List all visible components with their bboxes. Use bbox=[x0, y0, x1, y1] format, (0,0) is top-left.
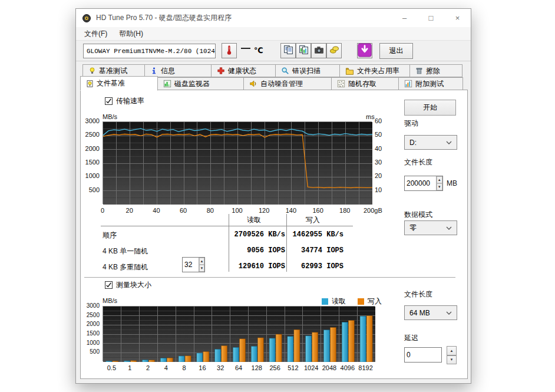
block-chart-y-tick: 2500 bbox=[82, 312, 100, 318]
block-chart-y-tick: 1000 bbox=[82, 340, 100, 346]
transfer-chart-x-tick: 100 bbox=[224, 207, 250, 214]
tab-label: 磁盘监视器 bbox=[174, 79, 210, 89]
spin-down-icon[interactable]: ▼ bbox=[437, 183, 442, 190]
table-row-label: 4 KB 单一随机 bbox=[103, 246, 148, 256]
drive-select[interactable]: GLOWAY Premium1TNVMe-M.2/80 (1024 bbox=[83, 44, 216, 58]
file-length-input[interactable]: ▲▼ bbox=[404, 176, 443, 191]
read-legend-swatch bbox=[322, 298, 328, 305]
tab-label: 擦除 bbox=[426, 66, 440, 76]
transfer-chart-y-tick: 1500 bbox=[82, 159, 100, 166]
queue-depth-value[interactable] bbox=[183, 258, 199, 272]
spin-up-icon[interactable]: ▲ bbox=[199, 258, 204, 265]
download-icon bbox=[358, 43, 372, 59]
drive-combobox[interactable]: D: bbox=[404, 135, 457, 150]
read-legend-label: 读取 bbox=[332, 297, 346, 307]
monitor-icon bbox=[163, 80, 171, 88]
download-button[interactable] bbox=[357, 43, 372, 58]
spin-up-icon[interactable]: ▲ bbox=[437, 176, 442, 183]
transfer-chart-x-tick: 0 bbox=[90, 207, 115, 214]
tab-label: 健康状态 bbox=[228, 66, 256, 76]
tab-info[interactable]: 信息 bbox=[144, 64, 212, 77]
transfer-chart-y2-unit: ms bbox=[366, 113, 375, 120]
transfer-chart-x-tick: 200gB bbox=[364, 207, 382, 214]
spin-up-icon[interactable]: ▲ bbox=[447, 346, 457, 355]
tab-erase[interactable]: 擦除 bbox=[409, 64, 462, 77]
spin-down-icon[interactable]: ▼ bbox=[447, 355, 457, 365]
file-length-spinner: ▲▼ bbox=[436, 176, 442, 190]
delay-value[interactable] bbox=[405, 348, 441, 362]
tab-label: 文件夹占用率 bbox=[357, 66, 399, 76]
tab-random-access[interactable]: 随机存取 bbox=[331, 77, 399, 90]
transfer-chart-x-tick: 40 bbox=[143, 207, 169, 214]
table-write-value: 1462955 KB/s bbox=[267, 230, 343, 239]
thermometer-icon bbox=[226, 45, 233, 57]
window-title: HD Tune Pro 5.70 - 硬盘/固态硬盘实用程序 bbox=[96, 13, 232, 23]
exit-button[interactable]: 退出 bbox=[379, 43, 413, 59]
tab-label: 文件基准 bbox=[97, 78, 125, 88]
queue-depth-spinner: ▲▼ bbox=[199, 258, 204, 272]
app-icon bbox=[82, 14, 91, 23]
transfer-rate-checkbox[interactable]: 传输速率 bbox=[105, 96, 144, 106]
tab-label: 错误扫描 bbox=[292, 66, 321, 76]
tab-health[interactable]: 健康状态 bbox=[211, 64, 276, 77]
start-button[interactable]: 开始 bbox=[404, 100, 456, 116]
tab-error-scan[interactable]: 错误扫描 bbox=[275, 64, 340, 77]
donate-button[interactable] bbox=[326, 43, 342, 58]
chevron-down-icon bbox=[446, 141, 452, 144]
transfer-chart-y-tick: 2500 bbox=[82, 131, 100, 138]
temperature-value bbox=[241, 48, 250, 49]
menu-item-help[interactable]: 帮助(H) bbox=[113, 27, 149, 41]
tab-disk-monitor[interactable]: 磁盘监视器 bbox=[157, 77, 244, 90]
copy-image-icon bbox=[299, 45, 309, 57]
health-icon bbox=[217, 67, 225, 75]
transfer-chart-y-unit: MB/s bbox=[103, 113, 117, 120]
file-length2-select[interactable]: 64 MB bbox=[404, 305, 457, 320]
transfer-rate-chart bbox=[103, 121, 372, 204]
copy-text-button[interactable] bbox=[280, 43, 296, 58]
temperature-button[interactable] bbox=[222, 43, 237, 58]
close-button[interactable]: × bbox=[444, 9, 471, 27]
camera-icon bbox=[314, 46, 324, 56]
screenshot-button[interactable] bbox=[311, 43, 326, 58]
block-size-checkbox[interactable]: 测量块大小 bbox=[105, 280, 151, 290]
transfer-chart-x-tick: 140 bbox=[278, 207, 304, 214]
block-chart-y-tick: 3000 bbox=[82, 302, 100, 309]
data-mode-select[interactable]: 零 bbox=[404, 220, 457, 235]
tab-extra-tests[interactable]: 附加测试 bbox=[398, 77, 463, 90]
window-controls: – □ × bbox=[391, 9, 471, 27]
transfer-chart-y-tick: 3000 bbox=[82, 117, 100, 124]
speaker-icon bbox=[249, 80, 257, 88]
spin-down-icon[interactable]: ▼ bbox=[199, 265, 204, 272]
chevron-down-icon bbox=[215, 50, 216, 53]
minimize-button[interactable]: – bbox=[391, 9, 418, 27]
tab-folder-usage[interactable]: 文件夹占用率 bbox=[339, 64, 410, 77]
tab-label: 信息 bbox=[161, 66, 175, 76]
checkbox-check-icon bbox=[105, 97, 113, 105]
data-mode-value: 零 bbox=[409, 223, 417, 233]
copy-image-button[interactable] bbox=[296, 43, 311, 58]
file-length-label: 文件长度 bbox=[404, 157, 432, 167]
transfer-chart-x-tick: 20 bbox=[117, 207, 143, 214]
tab-label: 附加测试 bbox=[415, 79, 444, 89]
tab-file-benchmark[interactable]: 文件基准 bbox=[80, 76, 158, 91]
tab-row-1: 基准测试信息健康状态错误扫描文件夹占用率擦除 bbox=[83, 64, 462, 77]
tab-label: 基准测试 bbox=[99, 66, 127, 76]
queue-depth-input[interactable]: ▲▼ bbox=[182, 257, 205, 272]
coins-icon bbox=[329, 45, 339, 56]
delay-input[interactable] bbox=[404, 347, 442, 363]
table-write-value: 34774 IOPS bbox=[267, 246, 343, 255]
file-length-value[interactable] bbox=[405, 176, 436, 190]
menu-item-file[interactable]: 文件(F) bbox=[78, 27, 113, 41]
file-length2-value: 64 MB bbox=[409, 309, 430, 317]
tab-benchmark[interactable]: 基准测试 bbox=[82, 64, 145, 77]
tabstrip: 基准测试信息健康状态错误扫描文件夹占用率擦除 文件基准磁盘监视器自动噪音管理随机… bbox=[76, 61, 472, 90]
drive-select-value: GLOWAY Premium1TNVMe-M.2/80 (1024 bbox=[87, 48, 215, 55]
file-benchmark-icon bbox=[86, 80, 94, 88]
transfer-chart-x-tick: 120 bbox=[251, 207, 277, 214]
tab-label: 随机存取 bbox=[348, 79, 376, 89]
maximize-button[interactable]: □ bbox=[418, 9, 444, 27]
block-size-label: 测量块大小 bbox=[116, 280, 151, 290]
tab-aam[interactable]: 自动噪音管理 bbox=[243, 77, 332, 90]
temperature-unit: ℃ bbox=[254, 46, 263, 55]
block-size-chart bbox=[103, 306, 375, 361]
